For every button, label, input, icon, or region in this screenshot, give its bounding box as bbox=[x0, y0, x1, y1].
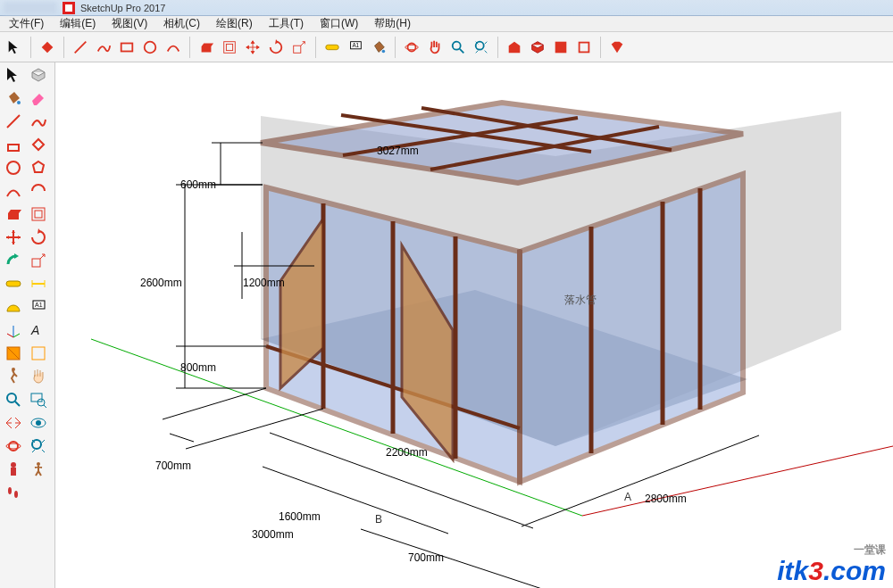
move-icon[interactable] bbox=[2, 227, 25, 248]
rectangle-icon[interactable] bbox=[118, 38, 136, 56]
select-tool-icon[interactable] bbox=[5, 38, 23, 56]
warehouse-icon[interactable] bbox=[505, 38, 523, 56]
zoom-extents-icon[interactable] bbox=[472, 38, 490, 56]
walk-icon[interactable] bbox=[2, 366, 25, 387]
3dtext-icon[interactable]: A bbox=[27, 319, 50, 341]
layout-icon[interactable] bbox=[552, 38, 570, 56]
polygon-icon[interactable] bbox=[27, 157, 50, 178]
toolbar-separator bbox=[63, 37, 64, 58]
dim-1200: 1200mm bbox=[243, 277, 285, 289]
svg-point-51 bbox=[14, 491, 18, 498]
push-pull-icon[interactable] bbox=[197, 38, 215, 56]
pose-icon[interactable] bbox=[27, 459, 50, 480]
pencil-icon[interactable] bbox=[2, 111, 25, 132]
menu-camera[interactable]: 相机(C) bbox=[158, 16, 205, 31]
freehand-icon[interactable] bbox=[95, 38, 113, 56]
rectangle-icon[interactable] bbox=[2, 134, 25, 155]
circle-icon[interactable] bbox=[2, 157, 25, 178]
offset-icon[interactable] bbox=[221, 38, 238, 56]
menu-draw[interactable]: 绘图(R) bbox=[211, 16, 258, 31]
paint-bucket-icon[interactable] bbox=[370, 38, 388, 56]
axes-icon[interactable] bbox=[2, 319, 25, 341]
menu-help[interactable]: 帮助(H) bbox=[369, 16, 416, 31]
svg-line-79 bbox=[361, 529, 542, 588]
dim-2200: 2200mm bbox=[386, 446, 428, 459]
menu-view[interactable]: 视图(V) bbox=[106, 16, 153, 31]
circle-icon[interactable] bbox=[141, 38, 159, 56]
protractor-icon[interactable] bbox=[2, 296, 25, 318]
rotate-icon[interactable] bbox=[267, 38, 285, 56]
toolbar-separator bbox=[600, 37, 601, 58]
svg-line-0 bbox=[75, 41, 87, 53]
text-icon[interactable]: A1 bbox=[346, 38, 364, 56]
arc2-icon[interactable] bbox=[27, 180, 50, 202]
scale-icon[interactable] bbox=[27, 250, 50, 271]
menu-edit[interactable]: 编辑(E) bbox=[54, 16, 101, 31]
eraser-icon[interactable] bbox=[27, 87, 50, 109]
svg-line-31 bbox=[7, 334, 13, 337]
position-camera-icon[interactable] bbox=[2, 412, 25, 434]
rect-rotated-icon[interactable] bbox=[27, 134, 50, 155]
svg-rect-4 bbox=[226, 44, 232, 50]
svg-rect-23 bbox=[32, 259, 40, 267]
toolbar-separator bbox=[30, 37, 31, 58]
arc-icon[interactable] bbox=[164, 38, 182, 56]
svg-point-41 bbox=[38, 399, 45, 406]
marker-b: B bbox=[375, 513, 382, 526]
freehand-icon[interactable] bbox=[27, 111, 50, 132]
menu-file[interactable]: 文件(F) bbox=[4, 16, 49, 31]
section-display-icon[interactable] bbox=[27, 343, 50, 364]
orbit-icon[interactable] bbox=[2, 435, 25, 457]
menu-bar: 文件(F) 编辑(E) 视图(V) 相机(C) 绘图(R) 工具(T) 窗口(W… bbox=[0, 16, 893, 32]
svg-rect-22 bbox=[35, 211, 42, 218]
svg-point-49 bbox=[37, 462, 40, 466]
model-drawing bbox=[55, 62, 893, 588]
text-icon[interactable]: A1 bbox=[27, 296, 50, 318]
component-icon[interactable] bbox=[529, 38, 547, 56]
person-icon[interactable] bbox=[2, 459, 25, 480]
paint-icon[interactable] bbox=[38, 38, 56, 56]
paint-bucket-icon[interactable] bbox=[2, 87, 25, 109]
sketchup-icon bbox=[63, 2, 75, 14]
svg-line-18 bbox=[7, 115, 20, 128]
component-tool-icon[interactable] bbox=[27, 64, 50, 86]
tape-icon[interactable] bbox=[2, 273, 25, 294]
dim-1600: 1600mm bbox=[279, 510, 321, 523]
follow-me-icon[interactable] bbox=[2, 250, 25, 271]
move-icon[interactable] bbox=[244, 38, 262, 56]
scale-icon[interactable] bbox=[290, 38, 308, 56]
section-icon[interactable] bbox=[2, 343, 25, 364]
rotate-icon[interactable] bbox=[27, 227, 50, 248]
svg-point-38 bbox=[7, 393, 16, 402]
menu-tools[interactable]: 工具(T) bbox=[263, 16, 309, 31]
line-icon[interactable] bbox=[71, 38, 89, 56]
zoom-icon[interactable] bbox=[449, 38, 467, 56]
svg-text:A1: A1 bbox=[352, 42, 359, 48]
extensions-icon[interactable] bbox=[575, 38, 593, 56]
arc-icon[interactable] bbox=[2, 180, 25, 202]
push-pull-icon[interactable] bbox=[2, 203, 25, 225]
select-tool-icon[interactable] bbox=[2, 64, 25, 86]
hand-icon[interactable] bbox=[27, 366, 50, 387]
pan-icon[interactable] bbox=[426, 38, 444, 56]
dimension-icon[interactable] bbox=[27, 273, 50, 294]
svg-rect-3 bbox=[224, 41, 236, 53]
orbit-icon[interactable] bbox=[403, 38, 421, 56]
ruby-icon[interactable] bbox=[608, 38, 626, 56]
title-bar: SketchUp Pro 2017 bbox=[0, 0, 893, 16]
tape-icon[interactable] bbox=[323, 38, 341, 56]
svg-line-74 bbox=[163, 388, 266, 419]
svg-rect-6 bbox=[326, 45, 338, 49]
look-around-icon[interactable] bbox=[27, 412, 50, 434]
svg-rect-1 bbox=[121, 43, 133, 51]
zoom-extents-icon[interactable] bbox=[27, 435, 50, 457]
zoom-window-icon[interactable] bbox=[27, 389, 50, 410]
offset-icon[interactable] bbox=[27, 203, 50, 225]
menu-window[interactable]: 窗口(W) bbox=[314, 16, 363, 31]
dim-600: 600mm bbox=[180, 178, 216, 191]
svg-line-39 bbox=[15, 402, 20, 406]
model-viewport[interactable]: 3027mm 600mm 2600mm 1200mm 800mm 2200mm … bbox=[55, 62, 893, 588]
zoom-icon[interactable] bbox=[2, 389, 25, 410]
top-toolbar: A1 bbox=[0, 32, 893, 62]
footprints-icon[interactable] bbox=[2, 482, 25, 503]
